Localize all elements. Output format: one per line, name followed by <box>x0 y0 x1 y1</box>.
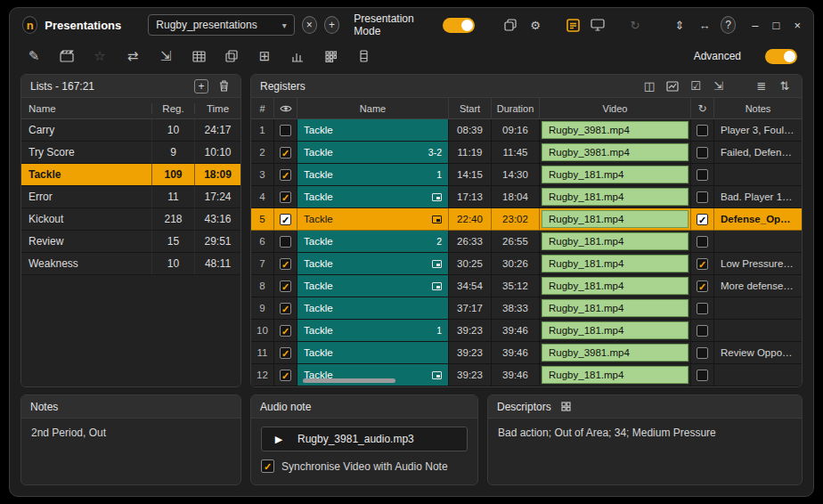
sync-rotate-icon[interactable]: ↻ <box>626 16 644 34</box>
visibility-checkbox[interactable]: ✓ <box>280 280 291 292</box>
pip-window-icon[interactable]: ⊞ <box>257 48 273 64</box>
expand-vertical-icon[interactable]: ⇕ <box>671 16 689 34</box>
visibility-checkbox[interactable]: ✓ <box>280 303 291 314</box>
clapperboard-icon[interactable] <box>59 48 75 64</box>
video-chip[interactable]: Rugby_181.mp4 <box>542 366 689 384</box>
register-row[interactable]: 12✓Tackle39:2339:46Rugby_181.mp4 <box>251 364 802 386</box>
columns-icon[interactable]: ◫ <box>641 78 657 94</box>
expand-horizontal-icon[interactable]: ↔ <box>696 16 713 34</box>
descriptors-content[interactable]: Bad action; Out of Area; 34; Medium Pres… <box>488 419 802 484</box>
visibility-checkbox[interactable]: ✓ <box>280 347 291 359</box>
register-row[interactable]: 7✓Tackle30:2530:26Rugby_181.mp4✓Low Pres… <box>251 253 802 275</box>
copy-icon[interactable] <box>224 48 240 64</box>
notes-panel-icon[interactable] <box>564 16 582 34</box>
visibility-checkbox[interactable] <box>280 125 291 136</box>
register-row[interactable]: 1Tackle08:3909:16Rugby_3981.mp4Player 3,… <box>251 119 802 142</box>
list-row[interactable]: Tackle10918:09 <box>21 164 240 186</box>
register-row[interactable]: 6Tackle226:3326:55Rugby_181.mp4 <box>251 231 802 253</box>
visibility-checkbox[interactable]: ✓ <box>280 169 291 181</box>
video-chip[interactable]: Rugby_181.mp4 <box>542 188 689 206</box>
register-row[interactable]: 5✓Tackle22:4023:02Rugby_181.mp4✓Defense_… <box>251 208 802 231</box>
register-row[interactable]: 8✓Tackle34:5435:12Rugby_181.mp4✓More def… <box>251 275 802 297</box>
registers-col-start[interactable]: Start <box>449 98 492 118</box>
notes-list-icon[interactable]: ≣ <box>754 78 770 94</box>
register-row[interactable]: 11✓Tackle39:2339:46Rugby_3981.mp4Review … <box>251 342 802 364</box>
display-icon[interactable] <box>589 16 607 34</box>
lists-col-time[interactable]: Time <box>194 103 240 114</box>
advanced-toggle[interactable] <box>765 49 797 64</box>
sync-checkbox[interactable] <box>697 325 708 337</box>
maximize-button[interactable]: □ <box>773 19 780 32</box>
sync-checkbox[interactable]: ✓ <box>697 214 708 225</box>
register-row[interactable]: 4✓Tackle17:1318:04Rugby_181.mp4Bad. Play… <box>251 186 802 208</box>
play-icon[interactable]: ▶ <box>269 430 289 448</box>
export-register-icon[interactable]: ⇲ <box>711 78 727 94</box>
sync-checkbox[interactable] <box>697 236 708 248</box>
visibility-checkbox[interactable]: ✓ <box>280 147 291 159</box>
registers-col-name[interactable]: Name <box>297 98 449 118</box>
registers-col-number[interactable]: # <box>251 98 274 118</box>
add-presentation-button[interactable]: + <box>324 16 339 34</box>
checklist-icon[interactable]: ☑ <box>688 78 704 94</box>
lists-col-name[interactable]: Name <box>21 103 151 114</box>
video-chip[interactable]: Rugby_181.mp4 <box>542 299 689 317</box>
table-icon[interactable] <box>191 48 207 64</box>
registers-col-duration[interactable]: Duration <box>492 98 540 118</box>
sync-checkbox[interactable] <box>697 169 708 181</box>
loop-icon[interactable]: ⇄ <box>125 48 141 64</box>
sync-checkbox[interactable]: ✓ <box>697 258 708 270</box>
visibility-checkbox[interactable]: ✓ <box>280 191 291 203</box>
video-chip[interactable]: Rugby_3981.mp4 <box>542 143 689 161</box>
sync-checkbox[interactable] <box>697 125 708 136</box>
sync-checkbox[interactable] <box>697 191 708 203</box>
sync-checkbox[interactable]: ✓ <box>697 280 708 292</box>
register-row[interactable]: 3✓Tackle114:1514:30Rugby_181.mp4 <box>251 164 802 186</box>
sync-audio-checkbox[interactable]: ✓ <box>261 459 274 473</box>
add-list-button[interactable]: + <box>194 79 208 93</box>
registers-col-notes[interactable]: Notes <box>714 98 802 118</box>
register-row[interactable]: 10✓Tackle139:2339:46Rugby_181.mp4 <box>251 320 802 342</box>
sync-checkbox[interactable] <box>697 347 708 359</box>
video-chip[interactable]: Rugby_181.mp4 <box>542 255 689 272</box>
export-icon[interactable]: ⇲ <box>158 48 174 64</box>
list-row[interactable]: Review1529:51 <box>21 231 240 253</box>
list-row[interactable]: Try Score910:10 <box>21 142 240 164</box>
visibility-checkbox[interactable] <box>280 236 291 248</box>
help-icon[interactable]: ? <box>721 16 736 34</box>
video-chip[interactable]: Rugby_181.mp4 <box>542 210 689 228</box>
visibility-checkbox[interactable]: ✓ <box>280 258 291 270</box>
video-chip[interactable]: Rugby_181.mp4 <box>542 277 689 295</box>
video-chip[interactable]: Rugby_181.mp4 <box>542 166 689 183</box>
lists-col-reg[interactable]: Reg. <box>151 103 194 114</box>
duplicate-icon[interactable] <box>501 16 519 34</box>
chart-icon[interactable] <box>289 48 306 64</box>
register-row[interactable]: 9✓Tackle37:1738:33Rugby_181.mp4 <box>251 297 802 320</box>
sync-checkbox[interactable] <box>697 370 708 381</box>
video-chip[interactable]: Rugby_3981.mp4 <box>542 344 689 362</box>
video-chip[interactable]: Rugby_181.mp4 <box>542 321 689 339</box>
descriptors-grid-icon[interactable] <box>558 399 574 415</box>
horizontal-scrollbar[interactable] <box>303 378 395 383</box>
clear-presentation-button[interactable]: × <box>302 16 317 34</box>
filmstrip-icon[interactable] <box>355 48 371 64</box>
sort-icon[interactable]: ⇅ <box>777 78 793 94</box>
presentation-mode-toggle[interactable] <box>443 18 475 33</box>
trend-chart-icon[interactable] <box>664 78 680 94</box>
audio-file-row[interactable]: ▶ Rugby_3981_audio.mp3 <box>261 427 468 451</box>
visibility-checkbox[interactable]: ✓ <box>280 214 291 225</box>
trash-icon[interactable] <box>216 78 232 94</box>
list-row[interactable]: Carry1024:17 <box>21 119 240 142</box>
sync-checkbox[interactable] <box>697 147 708 159</box>
presentation-select[interactable]: Rugby_presentations ▾ <box>148 14 294 36</box>
minimize-button[interactable]: – <box>752 19 758 32</box>
star-icon[interactable]: ☆ <box>92 48 108 64</box>
visibility-checkbox[interactable]: ✓ <box>280 325 291 337</box>
registers-col-video[interactable]: Video <box>540 98 691 118</box>
grid-icon[interactable] <box>322 48 338 64</box>
visibility-checkbox[interactable]: ✓ <box>280 370 291 381</box>
eye-icon[interactable] <box>274 98 297 118</box>
video-chip[interactable]: Rugby_181.mp4 <box>542 232 689 250</box>
sync-circle-icon[interactable]: ↻ <box>691 98 714 118</box>
register-row[interactable]: 2✓Tackle3-211:1911:45Rugby_3981.mp4Faile… <box>251 142 802 164</box>
draw-icon[interactable]: ✎ <box>26 48 42 64</box>
